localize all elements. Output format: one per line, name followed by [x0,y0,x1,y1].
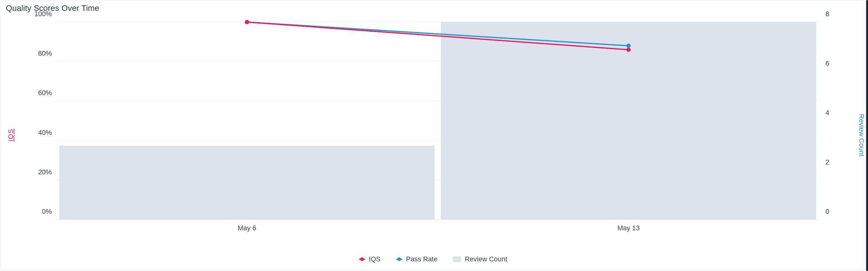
y-left-tick: 100% [34,10,52,18]
y-right-tick: 0 [826,208,829,216]
legend-item-iqs[interactable]: IQS [359,255,381,263]
y-right-tick: 4 [826,109,829,117]
y-left-tick: 20% [38,168,52,176]
legend-item-review-count[interactable]: Review Count [453,255,507,263]
legend-swatch-pass [396,259,402,260]
series-lines [56,22,819,220]
card: Quality Scores Over Time IQS Review Coun… [0,0,866,270]
iqs-line [247,22,628,50]
legend-label: Review Count [465,255,507,263]
x-tick: May 13 [617,224,640,232]
y-right-tick: 8 [826,10,829,18]
y-right-tick: 6 [826,59,829,67]
legend-label: IQS [369,255,381,263]
x-tick: May 6 [238,224,256,232]
plot-area: 0% 20% 40% 60% 80% 100% 0 2 4 6 8 May 6 … [56,22,819,220]
y-left-tick: 80% [38,49,52,57]
legend-swatch-iqs [359,259,365,260]
y-right-tick: 2 [826,158,829,166]
iqs-point [626,48,631,52]
y-axis-left-title[interactable]: IQS [7,129,15,142]
chart-title: Quality Scores Over Time [6,3,99,13]
chart-panel: Quality Scores Over Time IQS Review Coun… [0,0,868,271]
legend-label: Pass Rate [406,255,438,263]
iqs-point [245,20,249,24]
y-left-tick: 60% [38,89,52,97]
y-axis-right-title: Review Count [858,114,866,157]
vertical-scrollbar[interactable] [866,0,868,271]
legend: IQS Pass Rate Review Count [0,255,866,263]
legend-item-pass-rate[interactable]: Pass Rate [396,255,438,263]
legend-swatch-count [453,256,461,262]
y-left-tick: 0% [42,208,52,216]
y-left-tick: 40% [38,129,52,137]
